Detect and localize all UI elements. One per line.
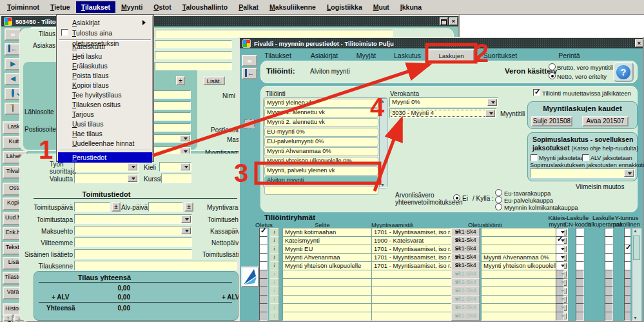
selite-field[interactable] [282,278,374,287]
cn-koodit-checkbox[interactable] [576,261,584,270]
table-row[interactable]: i Sk1-Sk4 [258,303,630,311]
menu-item[interactable]: Uudelleenhae hinnat [58,139,152,148]
ytunnus-checkbox[interactable] [624,253,630,262]
cn-koodit-checkbox[interactable] [576,228,584,237]
menu-item[interactable]: Uusi tilaus [58,119,152,129]
myyntisaamistili-cell-dropdown[interactable] [371,312,462,321]
exit-button-fg[interactable]: ← [242,68,257,79]
tiliointi-list-item[interactable]: Myynti Ahvenanmaa 0% [264,147,378,156]
myynti-jaksotetaan-checkbox[interactable] [531,154,538,161]
oletustiliointi-cell-dropdown[interactable] [481,295,568,304]
selite-field[interactable] [282,312,374,321]
menu-item[interactable]: Tarjous [58,110,152,119]
tiliointi-list-item[interactable]: Myynti yhteisön ulkopuolelle 0% [264,157,378,166]
menu-item[interactable]: Heti lasku [58,52,152,61]
oletus-checkbox[interactable] [259,236,268,245]
toimituspaiva-date-button[interactable]: ± [112,202,121,212]
oletus-checkbox[interactable] [259,228,268,237]
myyntisaamistili-cell-dropdown[interactable] [371,278,462,287]
menubar-item[interactable]: Maksuliikenne [264,1,321,13]
info-button[interactable]: i [269,253,279,262]
alv-paiva-date-button[interactable]: ± [184,202,193,212]
alkuperamaa-checkbox[interactable] [605,303,613,312]
table-row[interactable]: i Sk1-Sk4 [258,278,630,286]
info-button[interactable]: i [269,312,279,321]
alkuperamaa-checkbox[interactable] [605,261,613,270]
info-button[interactable]: i [269,278,279,287]
menubar-item[interactable]: Toiminnot [2,1,44,13]
alkuperamaa-checkbox[interactable] [605,228,613,237]
menu-item[interactable]: Tilauksen ositus [58,100,152,110]
info-button[interactable]: i [269,245,279,254]
alkuperamaa-checkbox[interactable] [605,236,613,245]
scrollbar-thumb[interactable] [633,236,640,260]
menu-item[interactable]: Käteiskuitti [58,42,152,52]
table-row[interactable]: i Myynti yhteisön ulkopuolelle 1701 - My… [258,261,630,269]
tab-asiakirjat[interactable]: Asiakirjat [303,50,346,61]
info-button[interactable]: i [269,236,279,245]
cn-koodit-checkbox[interactable] [576,287,584,296]
oletustiliointi-cell-dropdown[interactable] [481,303,568,312]
oletus-checkbox[interactable] [259,253,268,262]
selite-field[interactable]: Myynti kotimaahan [282,228,374,237]
tab-perinta[interactable]: Perintä [553,50,585,61]
myyntitili-dropdown[interactable]: 3030 - Myynti 4 [389,108,496,118]
tiliointi-list-item[interactable]: Myynti, palvelu yleinen vk [264,166,378,176]
oletus-checkbox[interactable] [259,295,268,304]
ytunnus-checkbox[interactable] [624,245,630,254]
avaa-button[interactable]: Avaa 201507 [582,116,629,126]
tab-tilaukset[interactable]: Tilaukset [258,50,298,61]
valuutta-dropdown[interactable] [74,174,139,183]
info-button[interactable]: i [269,303,279,312]
myyntisaamistili-cell-dropdown[interactable]: 1701 - Myyntisaamiset, iso r... [371,253,462,262]
oletustiliointi-cell-dropdown[interactable] [481,245,568,254]
verokanta-dropdown[interactable]: Myynti 0% [389,97,498,107]
menu-item[interactable]: Erälaskutus [58,61,152,71]
ytunnus-checkbox[interactable] [624,261,630,270]
tyon-suorittaja-dropdown[interactable] [74,162,139,172]
selite-field[interactable]: Myynti Ahvenanmaa [282,253,374,262]
sisainen-lisatieto-field[interactable] [74,249,192,259]
address-field[interactable] [153,112,191,121]
tiliointi-list-item[interactable]: EU-palvelumyynti 0% [264,137,378,146]
oletustiliointi-cell-dropdown[interactable] [481,287,568,296]
tiliointi-list-item[interactable]: Myynti 2. alennettu vk [264,118,378,127]
cn-koodit-checkbox[interactable] [576,312,584,321]
alv-paiva-field[interactable] [148,202,183,212]
selite-field[interactable]: Käteismyynti [282,236,374,245]
info-button[interactable]: i [269,228,279,237]
oletustiliointi-cell-dropdown[interactable] [481,270,568,279]
myyntisaamistili-cell-dropdown[interactable]: 1701 - Myyntisaamiset, iso r... [371,245,462,254]
close-button[interactable]: × [449,17,458,25]
oletus-checkbox[interactable] [259,261,268,270]
order-field[interactable] [155,62,232,70]
help-button[interactable]: ? [613,62,634,82]
myyntisaamistili-cell-dropdown[interactable]: 1900 - Käteisvarat [371,236,462,245]
netto-radio[interactable] [549,72,556,79]
sulje-button[interactable]: Sulje 201508 [531,116,572,126]
maksuehto-dropdown[interactable] [74,226,192,236]
close-button-fg[interactable]: × [635,39,643,47]
menubar-item[interactable]: Muut [368,1,395,13]
alkuperamaa-checkbox[interactable] [605,253,613,262]
save-button-fg[interactable] [242,55,257,66]
oletustiliointi-cell-dropdown[interactable] [481,236,568,245]
myyntisaamistili-cell-dropdown[interactable] [371,295,462,304]
cn-koodit-checkbox[interactable] [576,303,584,312]
tulostus-checkbox[interactable] [61,29,68,36]
oletus-checkbox[interactable] [259,270,268,279]
cn-koodit-checkbox[interactable] [576,295,584,304]
table-row[interactable]: i Myynti Ahvenanmaa 1701 - Myyntisaamise… [258,253,630,261]
myyntisaamistili-cell-dropdown[interactable] [371,287,462,296]
cn-koodit-checkbox[interactable] [576,253,584,262]
table-scrollbar[interactable] [632,228,641,321]
kylla-option-radio[interactable] [495,203,502,210]
address-field[interactable] [153,123,191,132]
selite-field[interactable] [282,303,374,312]
tab-myyjat[interactable]: Myyjät [350,50,382,61]
fivaldi-logo-button[interactable] [241,267,259,287]
oletustiliointi-cell-dropdown[interactable] [481,228,568,237]
muutettavissa-checkbox[interactable] [533,89,540,96]
oletus-checkbox[interactable] [259,245,268,254]
menubar-item[interactable]: Palkat [233,1,264,13]
